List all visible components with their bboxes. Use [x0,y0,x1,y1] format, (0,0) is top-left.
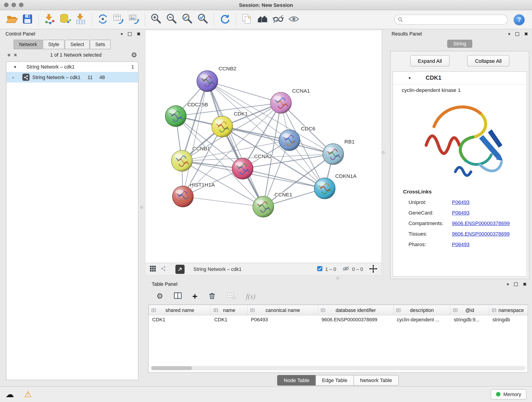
string-home-button[interactable] [255,12,270,27]
save-session-button[interactable] [20,12,35,27]
import-network-file-button[interactable] [42,12,57,27]
network-node[interactable] [253,196,274,217]
zoom-in-button[interactable] [148,12,164,27]
zoom-fit-button[interactable] [179,12,195,27]
uniprot-link[interactable]: P06493 [452,199,470,205]
crosshair-icon[interactable] [369,264,377,274]
window-minimize-button[interactable] [12,3,16,7]
expand-all-button[interactable]: Expand All [410,55,450,66]
network-canvas[interactable]: CCNB2CCNA1CDC25BCDK1CDC6RB1CCNB1CCNA2CDK… [146,30,381,263]
column-header[interactable]: description [393,305,450,315]
network-node[interactable] [212,116,233,137]
network-collection-row[interactable]: ▼ String Network – cdk1 1 [6,62,138,72]
network-node[interactable] [270,92,291,114]
gear-icon[interactable]: ⚙ [131,51,137,59]
collapse-all-button[interactable]: Collapse All [467,55,509,66]
show-columns-icon[interactable] [173,291,182,301]
network-node[interactable] [279,130,300,151]
column-header[interactable]: canonical name [247,305,318,315]
close-panel-button[interactable]: ✖ [137,32,140,36]
network-edge[interactable] [183,196,263,206]
cell-description[interactable]: cyclin-dependent ... [393,315,450,324]
apply-layout-button[interactable] [217,12,233,27]
help-button[interactable]: ? [514,14,525,25]
collapse-section-icon[interactable]: ▾ [409,75,411,80]
network-node[interactable] [171,150,192,172]
export-image-button[interactable] [126,12,142,27]
open-session-button[interactable] [4,12,20,27]
column-header[interactable]: namespace [489,305,528,315]
horizontal-scrollbar[interactable] [151,366,526,370]
network-node[interactable] [165,106,186,127]
zoom-selected-button[interactable] [195,12,211,27]
table-settings-gear-icon[interactable]: ⚙ [157,292,163,301]
close-panel-button[interactable]: ✖ [524,32,528,36]
hide-glasses-button[interactable] [270,12,286,27]
network-node[interactable] [197,70,218,92]
network-node[interactable] [232,158,253,179]
delete-column-icon[interactable] [208,291,216,301]
warning-icon[interactable]: ⚠ [24,389,32,399]
cell-name[interactable]: CDK1 [211,315,247,324]
export-network-button[interactable] [95,12,111,27]
open-in-new-window-button[interactable] [176,264,185,274]
network-node[interactable] [323,143,344,165]
float-panel-button[interactable] [515,32,519,36]
network-edge[interactable] [183,81,207,197]
window-close-button[interactable] [4,3,8,7]
tab-sets[interactable]: Sets [90,40,110,49]
genecard-link[interactable]: P06493 [452,210,470,216]
share-network-icon[interactable] [160,265,167,273]
copy-document-button[interactable] [239,12,255,27]
import-table-button[interactable] [73,12,89,27]
tab-node-table[interactable]: Node Table [277,375,316,385]
panel-menu-icon[interactable]: ▾ [508,32,510,36]
panel-menu-icon[interactable]: ▾ [121,32,123,36]
splitter-handle[interactable] [336,277,339,280]
window-zoom-button[interactable] [19,3,23,7]
search-input[interactable] [394,14,508,25]
network-edge[interactable] [207,81,281,103]
cloud-icon[interactable]: ☁ [6,389,14,399]
float-panel-button[interactable] [128,32,132,36]
tab-string[interactable]: String [447,40,472,48]
export-table-button[interactable] [111,12,126,27]
network-row-selected[interactable]: ● String Network – cdk1 11 48 [6,72,138,83]
tab-select[interactable]: Select [65,40,89,49]
compartments-link[interactable]: 9606.ENSP00000378699 [452,220,510,226]
column-header[interactable]: shared name [149,305,211,315]
pharos-link[interactable]: P06493 [452,241,470,247]
network-node[interactable] [172,186,193,207]
tab-edge-table[interactable]: Edge Table [316,375,354,385]
cell-database-identifier[interactable]: 9606.ENSP00000378699 [318,315,393,324]
expand-all-tree-icon[interactable]: « [12,53,19,57]
close-panel-button[interactable]: ✖ [523,281,526,287]
splitter-handle[interactable] [140,206,143,209]
scrollbar-thumb[interactable] [151,366,192,370]
selected-checkbox-icon[interactable] [317,266,322,273]
float-panel-button[interactable] [514,282,518,286]
memory-button[interactable]: Memory [491,389,527,399]
collapse-all-tree-icon[interactable]: » [6,53,13,57]
import-network-database-button[interactable] [57,12,73,27]
network-node[interactable] [314,178,335,199]
tissues-link[interactable]: 9606.ENSP00000378699 [452,231,510,236]
birds-eye-view-icon[interactable] [150,265,156,273]
network-edge[interactable] [207,81,263,207]
cell-id[interactable]: stringdb:9... [450,315,489,324]
table-row[interactable]: CDK1 CDK1 P06493 9606.ENSP00000378699 cy… [149,315,528,324]
zoom-out-button[interactable] [164,12,179,27]
show-eye-button[interactable] [286,12,302,27]
tree-expander-icon[interactable]: ▼ [13,65,17,69]
column-header[interactable]: name [211,305,247,315]
tab-network[interactable]: Network [13,40,42,49]
tab-network-table[interactable]: Network Table [354,375,399,385]
splitter-handle[interactable] [382,151,385,154]
tab-style[interactable]: Style [43,40,65,49]
panel-menu-icon[interactable]: ▾ [507,281,509,287]
gene-section-header[interactable]: ▾ CDK1 [393,71,526,84]
cell-namespace[interactable]: stringdb [489,315,528,324]
cell-shared-name[interactable]: CDK1 [149,315,211,324]
add-column-icon[interactable]: + [192,293,197,300]
column-header[interactable]: @id [450,305,489,315]
